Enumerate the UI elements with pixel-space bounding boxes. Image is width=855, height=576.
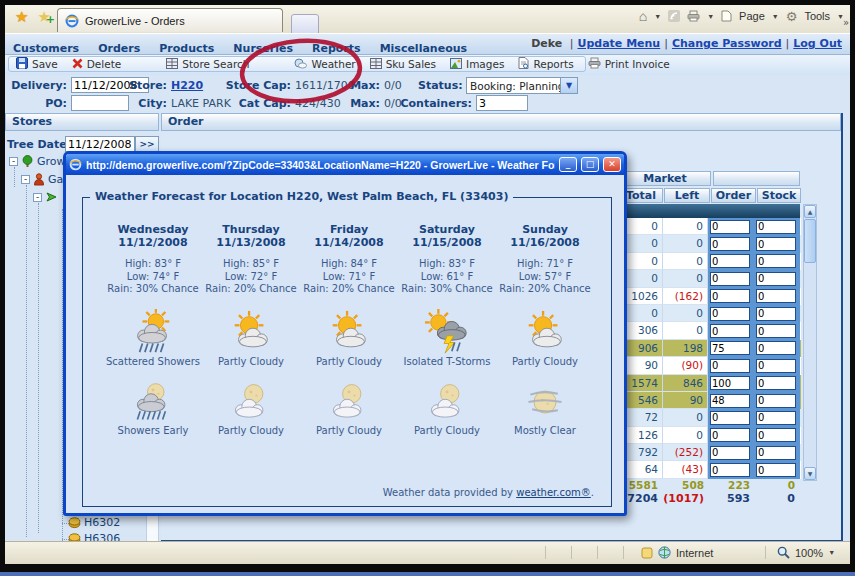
rss-icon[interactable] [668,10,680,22]
printer-icon[interactable] [687,10,700,22]
browser-tab[interactable]: GrowerLive - Orders [57,8,283,32]
page-caret-icon[interactable]: ▼ [772,13,779,20]
scroll-up-icon[interactable]: ▲ [804,205,816,218]
order-input[interactable] [710,272,750,286]
order-input[interactable] [710,394,750,408]
stock-input[interactable] [756,411,796,425]
high-temp: High: 71° F [496,258,594,271]
order-input[interactable] [710,307,750,321]
menu-item-orders[interactable]: Orders [98,42,140,55]
close-button[interactable]: ✕ [603,157,621,172]
save-button[interactable]: Save [9,57,65,71]
menu-item-customers[interactable]: Customers [13,42,79,55]
column-header-left[interactable]: Left [664,188,710,203]
market-header[interactable]: Market [619,171,711,186]
stock-input[interactable] [756,359,796,373]
delete-button[interactable]: Delete [65,57,129,71]
order-input[interactable] [710,254,750,268]
store-link[interactable]: H220 [171,79,203,92]
status-dropdown-arrow-icon[interactable]: ▼ [560,78,577,93]
tree-collapse-icon[interactable]: - [21,175,30,184]
stock-input[interactable] [756,394,796,408]
store-label: Store: [125,79,167,92]
table-scrollbar[interactable]: ▲ ▼ [803,204,817,481]
tree-date-input[interactable] [65,136,135,152]
log-out-link[interactable]: Log Out [793,37,842,50]
status-dropdown[interactable]: Booking: Planning ▼ [466,77,578,94]
stock-input[interactable] [756,307,796,321]
favorites-star-icon[interactable]: ★ [15,10,28,25]
page-button[interactable]: Page [739,10,765,22]
stock-input[interactable] [756,341,796,355]
stock-input[interactable] [756,237,796,251]
toolbar-button-label: Store Search [182,58,249,70]
sku-sales-button[interactable]: Sku Sales [363,57,443,71]
maximize-button[interactable]: □ [581,157,599,172]
night-condition: Partly Cloudy [300,425,398,436]
moon-cloud-icon [229,380,273,424]
order-input[interactable] [710,376,750,390]
zoom-caret-icon[interactable]: ▼ [828,549,835,556]
weather-button[interactable]: Weather [287,57,362,71]
tree-node-h6302[interactable]: H6302 [68,516,120,529]
stock-input[interactable] [756,272,796,286]
tree-collapse-icon[interactable]: - [33,193,42,202]
update-menu-link[interactable]: Update Menu [577,37,660,50]
stock-input[interactable] [756,428,796,442]
po-input[interactable] [71,95,129,111]
order-input[interactable] [710,463,750,477]
menu-item-products[interactable]: Products [159,42,214,55]
printer-caret-icon[interactable]: ▼ [707,13,714,20]
scrollbar-thumb[interactable] [804,219,816,263]
popup-title-bar[interactable]: http://demo.growerlive.com/?ZipCode=3340… [66,154,624,175]
order-input[interactable] [710,428,750,442]
menu-item-reports[interactable]: Reports [312,42,361,55]
stock-input[interactable] [756,446,796,460]
tree-collapse-icon[interactable]: - [9,157,18,166]
reports-button[interactable]: Reports [511,57,580,71]
new-tab-button[interactable] [291,14,319,34]
left-cell: 90 [663,392,708,409]
tree-node-branch[interactable]: - [33,191,61,203]
weather-com-link[interactable]: weather.com® [516,487,591,498]
order-input[interactable] [710,446,750,460]
stock-input[interactable] [756,463,796,477]
left-cell: 0 [663,218,708,235]
change-password-link[interactable]: Change Password [672,37,782,50]
tools-button[interactable]: Tools [804,10,830,22]
toolbar-overflow-chevron[interactable]: » [843,17,849,28]
order-cell [708,357,754,374]
stock-input[interactable] [756,324,796,338]
stock-input[interactable] [756,220,796,234]
order-input[interactable] [710,359,750,373]
tree-node-garden[interactable]: - Ga [21,173,63,186]
zoom-control[interactable]: 100% ▼ [777,546,835,559]
blank-header[interactable] [713,171,800,186]
order-input[interactable] [710,324,750,338]
stock-input[interactable] [756,376,796,390]
add-favorite-icon[interactable]: ★ [37,10,50,25]
order-input[interactable] [710,341,750,355]
images-button[interactable]: Images [443,57,511,71]
high-temp: High: 85° F [202,258,300,271]
column-header-stock[interactable]: Stock [757,188,801,203]
stock-input[interactable] [756,289,796,303]
order-input[interactable] [710,237,750,251]
home-caret-icon[interactable]: ▼ [654,13,661,20]
menu-item-miscellaneous[interactable]: Miscellaneous [380,42,467,55]
scroll-down-icon[interactable]: ▼ [804,467,816,480]
order-input[interactable] [710,220,750,234]
print-invoice-button[interactable]: Print Invoice [581,57,677,71]
containers-input[interactable] [476,95,528,111]
store-search-button[interactable]: Store Search [132,57,283,71]
minimize-button[interactable]: _ [559,157,577,172]
menu-item-nurseries[interactable]: Nurseries [233,42,293,55]
high-temp: High: 83° F [104,258,202,271]
order-input[interactable] [710,411,750,425]
stock-input[interactable] [756,254,796,268]
stock-cell [754,427,800,444]
home-icon[interactable]: ⌂ [639,9,647,23]
column-header-order[interactable]: Order [711,188,756,203]
forecast-day-thursday: Thursday11/13/2008High: 85° FLow: 72° FR… [202,223,300,436]
order-input[interactable] [710,289,750,303]
